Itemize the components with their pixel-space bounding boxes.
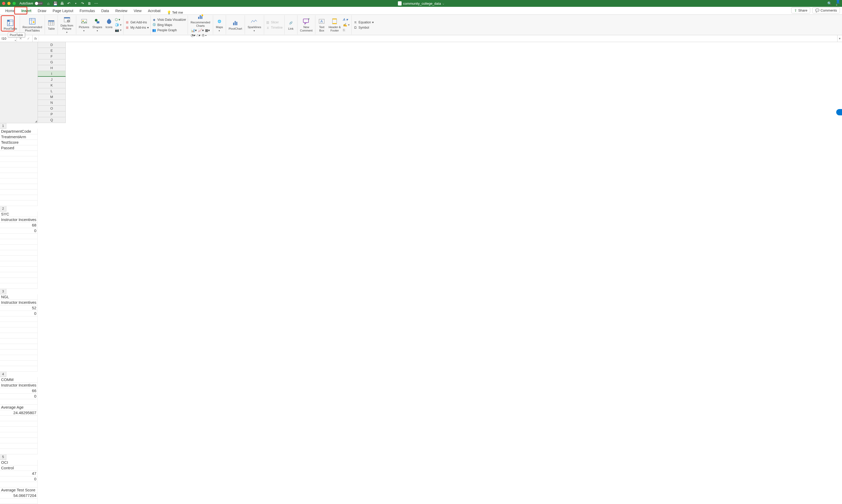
tab-insert[interactable]: Insert bbox=[18, 7, 34, 15]
cell[interactable] bbox=[0, 151, 38, 156]
cell[interactable] bbox=[0, 443, 38, 449]
title-dropdown-icon[interactable]: ⌵ bbox=[443, 2, 444, 5]
cell[interactable] bbox=[0, 333, 38, 339]
side-badge-icon[interactable] bbox=[836, 109, 842, 115]
tab-draw[interactable]: Draw bbox=[34, 7, 49, 15]
cell[interactable]: Passed bbox=[0, 145, 38, 151]
comments-button[interactable]: 💬 Comments bbox=[812, 7, 840, 13]
tab-page-layout[interactable]: Page Layout bbox=[49, 7, 76, 15]
cell[interactable] bbox=[0, 245, 38, 250]
minimize-window[interactable] bbox=[7, 2, 11, 5]
cell[interactable] bbox=[0, 339, 38, 344]
cell[interactable]: 66 bbox=[0, 388, 38, 394]
pivotchart-button[interactable]: PivotChart bbox=[228, 19, 243, 31]
row-header-4[interactable]: 4 bbox=[0, 372, 6, 377]
maps-button[interactable]: 🌐 Maps▾ bbox=[215, 17, 224, 33]
new-doc-icon[interactable]: 🗎 bbox=[87, 1, 91, 5]
fx-icon[interactable]: fx bbox=[33, 35, 39, 42]
cell[interactable] bbox=[0, 178, 38, 184]
cell[interactable]: DepartmentCode bbox=[0, 129, 38, 134]
save-icon[interactable]: 💾 bbox=[53, 1, 57, 5]
screenshot-icon[interactable]: 📷 ▾ bbox=[115, 28, 122, 32]
3dmodels-icon[interactable]: 🧊 ▾ bbox=[115, 23, 122, 27]
cell[interactable] bbox=[0, 250, 38, 256]
undo-dropdown-icon[interactable]: ▾ bbox=[74, 1, 78, 5]
column-header-F[interactable]: F bbox=[38, 54, 66, 59]
cell[interactable] bbox=[0, 366, 38, 372]
column-header-G[interactable]: G bbox=[38, 59, 66, 65]
cell[interactable]: 68 bbox=[0, 222, 38, 228]
shapes-button[interactable]: Shapes▾ bbox=[91, 17, 103, 33]
hierarchy-chart-icon[interactable]: ▦▾ bbox=[205, 29, 210, 32]
cell[interactable] bbox=[0, 327, 38, 333]
sparklines-button[interactable]: Sparklines▾ bbox=[247, 17, 262, 33]
cell[interactable] bbox=[0, 416, 38, 421]
cell[interactable]: TreatmentArm bbox=[0, 134, 38, 140]
cell[interactable] bbox=[0, 438, 38, 443]
cell[interactable] bbox=[0, 272, 38, 278]
document-title[interactable]: community_college_data ⌵ bbox=[398, 1, 444, 5]
spreadsheet-grid[interactable]: DEFGHIJKLMNOPQ 1DepartmentCodeTreatmentA… bbox=[0, 42, 842, 504]
column-header-N[interactable]: N bbox=[38, 100, 66, 106]
cell[interactable]: TestScore bbox=[0, 140, 38, 145]
tab-home[interactable]: Home bbox=[2, 7, 18, 15]
share-people-icon[interactable]: 👤⁺ bbox=[836, 1, 840, 5]
search-icon[interactable]: 🔍 bbox=[827, 1, 831, 5]
column-header-D[interactable]: D bbox=[38, 42, 66, 48]
visio-button[interactable]: ◈Visio Data Visualizer bbox=[152, 17, 186, 22]
cell[interactable]: NGL bbox=[0, 294, 38, 300]
cell[interactable] bbox=[0, 167, 38, 173]
cell[interactable]: Instructor Incentives bbox=[0, 300, 38, 305]
cell[interactable] bbox=[0, 184, 38, 190]
cell[interactable] bbox=[0, 156, 38, 162]
bing-maps-button[interactable]: ⓑBing Maps bbox=[152, 23, 186, 27]
cell[interactable]: 0 bbox=[0, 476, 38, 482]
text-box-button[interactable]: A Text Box bbox=[317, 17, 326, 33]
cell[interactable] bbox=[0, 267, 38, 272]
get-addins-button[interactable]: ⊞Get Add-ins bbox=[125, 20, 148, 25]
cell[interactable]: 47 bbox=[0, 471, 38, 476]
cell[interactable] bbox=[0, 349, 38, 355]
undo-icon[interactable]: ↶ bbox=[67, 1, 71, 5]
formula-expand-icon[interactable]: ▾ bbox=[837, 35, 842, 42]
cell[interactable]: Average Age bbox=[0, 405, 38, 410]
pictures-button[interactable]: Pictures▾ bbox=[78, 17, 90, 33]
formula-input[interactable] bbox=[39, 35, 837, 42]
tab-review[interactable]: Review bbox=[112, 7, 131, 15]
more-icon[interactable]: ⋯ bbox=[94, 1, 98, 5]
column-header-O[interactable]: O bbox=[38, 106, 66, 111]
cell[interactable] bbox=[0, 190, 38, 195]
cell[interactable] bbox=[0, 283, 38, 289]
smartart-icon[interactable]: ⬡ ▾ bbox=[115, 18, 122, 21]
home-icon[interactable]: ⌂ bbox=[46, 1, 51, 5]
cell[interactable] bbox=[0, 449, 38, 454]
cell[interactable] bbox=[0, 256, 38, 261]
my-addins-button[interactable]: ⊞My Add-ins ▾ bbox=[125, 25, 148, 30]
scatter-chart-icon[interactable]: ∴▾ bbox=[197, 33, 200, 37]
cell[interactable] bbox=[0, 482, 38, 487]
column-header-J[interactable]: J bbox=[38, 77, 66, 83]
cell[interactable] bbox=[0, 432, 38, 438]
column-header-L[interactable]: L bbox=[38, 88, 66, 94]
cell[interactable]: OCI bbox=[0, 460, 38, 465]
cell[interactable] bbox=[0, 239, 38, 245]
cell[interactable]: 24.48295807 bbox=[0, 410, 38, 416]
stat-chart-icon[interactable]: ◔▾ bbox=[191, 33, 196, 37]
cell[interactable] bbox=[0, 261, 38, 267]
table-button[interactable]: Table bbox=[47, 19, 56, 31]
equation-button[interactable]: πEquation ▾ bbox=[353, 20, 373, 25]
cell[interactable] bbox=[0, 322, 38, 327]
column-header-E[interactable]: E bbox=[38, 48, 66, 54]
column-header-M[interactable]: M bbox=[38, 94, 66, 100]
cell[interactable]: 0 bbox=[0, 228, 38, 234]
print-icon[interactable]: 🖶 bbox=[60, 1, 64, 5]
cell[interactable] bbox=[0, 234, 38, 239]
object-icon[interactable]: ⎘ bbox=[343, 28, 350, 32]
cell[interactable] bbox=[0, 399, 38, 405]
tab-view[interactable]: View bbox=[131, 7, 145, 15]
maximize-window[interactable] bbox=[13, 2, 16, 5]
select-all-corner[interactable] bbox=[0, 42, 38, 123]
row-header-2[interactable]: 2 bbox=[0, 206, 6, 212]
new-comment-button[interactable]: + New Comment bbox=[299, 17, 314, 33]
cell[interactable]: 0 bbox=[0, 394, 38, 399]
